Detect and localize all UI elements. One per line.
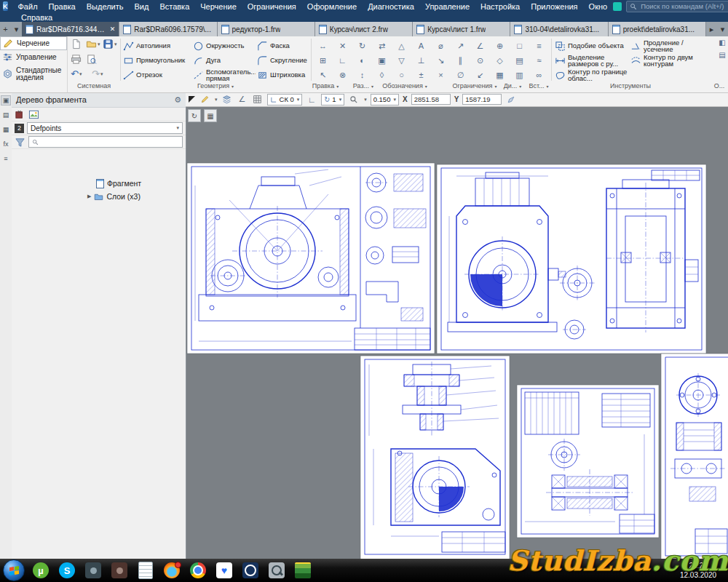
toolbar-icon[interactable]: ✕ — [333, 39, 352, 53]
new-tab-button[interactable]: + — [0, 22, 11, 36]
group-label-constraints[interactable]: Ограничения▾ — [453, 82, 497, 89]
rectangle-button[interactable]: Прямоугольник — [122, 53, 191, 68]
new-document-button[interactable] — [71, 39, 82, 49]
line-style-button[interactable] — [199, 94, 210, 105]
toolbar-icon[interactable]: A — [411, 39, 431, 53]
extend-trim-button[interactable]: Продление / усечение — [629, 39, 713, 53]
toolbar-icon[interactable]: △ — [392, 39, 411, 53]
panel-toggle-params-icon[interactable]: ▤ — [1, 110, 11, 120]
tab-document-7[interactable]: proekt\detalirovka31... — [609, 22, 706, 36]
toolbar-icon[interactable]: □ — [510, 39, 529, 53]
refresh-view-icon[interactable]: ↻ — [188, 109, 201, 122]
firefox-icon[interactable] — [159, 559, 185, 581]
redo-button[interactable]: ↷ ▾ — [92, 68, 103, 79]
dropdown-icon[interactable]: ▾ — [98, 41, 100, 47]
menu-file[interactable]: Файл — [13, 1, 43, 12]
tree-item-fragment[interactable]: Фрагмент — [12, 177, 186, 190]
toolbar-icon[interactable]: ↙ — [470, 68, 490, 82]
menu-applications[interactable]: Приложения — [526, 1, 582, 12]
toolbar-icon[interactable]: × — [431, 68, 451, 82]
tab-document-3[interactable]: редуктор-1.frw — [218, 22, 315, 36]
tree-search-box[interactable] — [28, 136, 183, 148]
rebuild-icon[interactable] — [15, 109, 25, 120]
contour-by-two-button[interactable]: Контур по двум контурам — [629, 53, 713, 68]
tree-item-layers[interactable]: ▶ Слои (x3) — [12, 190, 186, 203]
circle-button[interactable]: Окружность — [191, 39, 256, 53]
drawing-canvas[interactable]: ↻ ▦ — [186, 107, 728, 559]
grid-button[interactable] — [252, 94, 264, 105]
tab-document-2[interactable]: Rar$DRa6096.17579\... — [119, 22, 217, 36]
open-document-button[interactable]: ▾ — [86, 39, 100, 49]
layers-button[interactable] — [221, 94, 233, 105]
toolbar-icon[interactable]: ○ — [392, 68, 411, 82]
library-app-icon[interactable] — [290, 559, 316, 581]
tab-close-icon[interactable]: ✕ — [110, 25, 116, 33]
toolbar-icon[interactable]: ↖ — [313, 68, 333, 82]
menu-edit[interactable]: Правка — [44, 1, 81, 12]
toolbar-icon[interactable]: ⌀ — [431, 39, 451, 53]
menu-window[interactable]: Окно — [584, 1, 613, 12]
preview-image-icon[interactable] — [28, 109, 39, 120]
toolbar-icon[interactable]: ▣ — [372, 53, 392, 68]
dropdown-icon[interactable]: ▾ — [100, 71, 103, 77]
toolbar-icon[interactable]: ∞ — [529, 68, 549, 82]
print-preview-button[interactable] — [86, 54, 97, 65]
dark-app-icon-2[interactable] — [106, 559, 132, 581]
tab-scroll-right-button[interactable]: ▸ — [706, 22, 717, 36]
mode-management-button[interactable]: Управление — [0, 50, 67, 64]
toolbar-icon[interactable]: ∅ — [451, 68, 470, 82]
toolbar-icon[interactable]: ⊙ — [470, 53, 490, 68]
panel-toggle-library-icon[interactable]: ▦ — [1, 124, 11, 135]
show-grid-icon[interactable]: ▦ — [204, 109, 217, 122]
mode-drawing-button[interactable]: Черчение — [0, 36, 67, 50]
arc-button[interactable]: Дуга — [191, 53, 256, 68]
start-button[interactable] — [3, 559, 25, 581]
tree-search-input[interactable] — [41, 137, 179, 147]
group-label-raz[interactable]: Раз...▾ — [353, 82, 373, 89]
angle-snap-icon[interactable]: ∠ — [237, 94, 248, 105]
menu-management[interactable]: Управление — [420, 1, 475, 12]
toolbar-icon[interactable]: ▥ — [510, 68, 529, 82]
menu-select[interactable]: Выделить — [82, 1, 129, 12]
kompas-app-icon[interactable] — [237, 559, 264, 581]
filter-funnel-icon[interactable] — [15, 137, 25, 148]
current-style-button[interactable] — [189, 96, 195, 103]
group-label-tools[interactable]: Инструменты — [610, 82, 651, 89]
undo-button[interactable]: ↶ ▾ — [71, 68, 82, 79]
group-label-di[interactable]: Ди...▾ — [504, 82, 522, 89]
save-button[interactable]: ▾ — [103, 39, 117, 49]
coordinate-system-select[interactable]: СК 0 ▾ — [267, 94, 303, 105]
group-label-designations[interactable]: Обозначения▾ — [382, 82, 427, 89]
chamfer-button[interactable]: Фаска — [256, 39, 311, 53]
heart-app-icon[interactable]: ♥ — [211, 559, 237, 581]
toolbar-icon[interactable]: ⊕ — [490, 39, 510, 53]
layer-select[interactable]: Defpoints ▾ — [27, 122, 183, 134]
expand-caret-icon[interactable]: ▶ — [87, 194, 91, 199]
toolbar-icon[interactable]: ⊗ — [333, 68, 352, 82]
segment-button[interactable]: Отрезок — [122, 68, 191, 82]
menu-view[interactable]: Вид — [129, 1, 154, 12]
dropdown-icon[interactable]: ▾ — [364, 97, 367, 103]
toolbar-icon[interactable]: ∟ — [333, 53, 352, 68]
group-label-overflow[interactable]: О... — [714, 82, 725, 89]
chrome-icon[interactable] — [185, 559, 211, 581]
panel-toggle-tree-icon[interactable]: ▣ — [1, 95, 11, 105]
auxiliary-line-button[interactable]: Вспомогатель... прямая — [191, 68, 256, 82]
panel-toggle-menu-icon[interactable]: ≡ — [1, 154, 11, 164]
toolbar-icon[interactable]: ≈ — [529, 53, 549, 68]
dock-panel-icon[interactable]: ◧ — [719, 39, 725, 47]
group-label-edit[interactable]: Правка▾ — [312, 82, 339, 89]
skype-icon[interactable]: S — [54, 559, 80, 581]
toolbar-icon[interactable]: ∠ — [470, 39, 490, 53]
toolbar-icon[interactable]: ◐ — [352, 53, 372, 68]
menu-constraints[interactable]: Ограничения — [242, 1, 301, 12]
toolbar-icon[interactable]: ∥ — [451, 53, 470, 68]
select-dimensions-button[interactable]: Выделение размеров с ру... — [553, 53, 629, 68]
toolbar-icon[interactable]: ▽ — [392, 53, 411, 68]
tab-list-button[interactable]: ▾ — [11, 22, 22, 36]
tab-document-6[interactable]: 310-04\detalirovka31... — [510, 22, 608, 36]
toolbar-icon[interactable]: ↗ — [451, 39, 470, 53]
y-coordinate-field[interactable]: 1587.19 — [462, 94, 502, 105]
toolbar-icon[interactable]: ◊ — [372, 68, 392, 82]
toolbar-icon[interactable]: ▤ — [510, 53, 529, 68]
